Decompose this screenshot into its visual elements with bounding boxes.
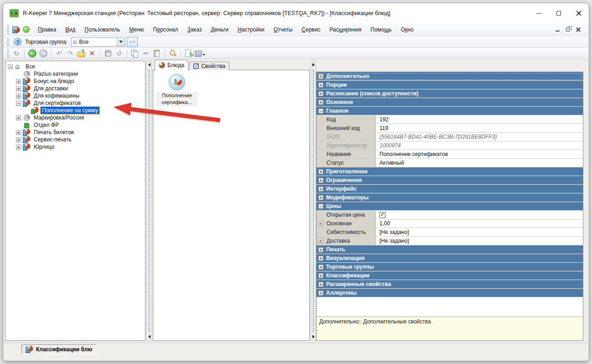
section-expander-icon[interactable]: + [318, 265, 323, 270]
tree-expander-icon[interactable]: − [16, 101, 21, 106]
section-expander-icon[interactable]: + [318, 169, 323, 174]
menu-item-12[interactable]: Помощь [366, 25, 396, 35]
section-expander-icon[interactable]: + [318, 178, 323, 183]
window-tab-classifications[interactable]: Классификации блю [21, 344, 96, 354]
maximize-button[interactable] [549, 3, 569, 23]
collapse-right-icon[interactable] [312, 63, 315, 67]
section-expander-icon[interactable]: + [318, 187, 323, 192]
search-button[interactable] [167, 48, 178, 58]
apply-trade-group-button[interactable] [127, 37, 138, 47]
close-button[interactable] [569, 3, 589, 23]
tree-item-7[interactable]: Пополнение на сумму [5, 107, 145, 114]
prop-section-header[interactable]: +Приготовление [317, 167, 583, 176]
section-expander-icon[interactable]: + [318, 100, 323, 105]
prop-value[interactable]: [Не задано] [376, 237, 583, 245]
section-expander-icon[interactable]: + [318, 291, 323, 296]
refresh-button[interactable] [11, 48, 22, 58]
prop-section-header[interactable]: +Порции [317, 81, 583, 89]
view-mode-button[interactable] [194, 48, 205, 58]
collapse-left-icon[interactable] [148, 63, 151, 67]
import-button[interactable] [183, 48, 194, 58]
section-expander-icon[interactable]: + [318, 91, 323, 96]
tree-item-2[interactable]: Plazius категории [5, 70, 145, 78]
prop-value[interactable] [376, 211, 583, 219]
menu-item-13[interactable]: Окно [396, 25, 418, 35]
row-expander-icon[interactable]: + [318, 239, 323, 244]
tree-item-1[interactable]: −Все [5, 63, 145, 70]
row-expander-icon[interactable]: + [318, 221, 323, 226]
tab-dishes[interactable]: Блюда [155, 60, 188, 70]
tree-expander-icon[interactable]: + [16, 137, 21, 142]
redo-button[interactable] [65, 48, 76, 58]
cut-button[interactable] [140, 48, 151, 58]
collapse-right-icon[interactable] [312, 335, 315, 338]
paste-button[interactable] [151, 48, 162, 58]
menu-item-1[interactable]: Правка [33, 25, 61, 35]
section-expander-icon[interactable]: + [318, 247, 323, 252]
prop-section-header[interactable]: +Интерфейс [317, 185, 583, 193]
toolbar-grip[interactable] [7, 49, 9, 57]
section-expander-icon[interactable]: + [318, 195, 323, 200]
section-expander-icon[interactable]: + [318, 273, 323, 278]
prop-value[interactable]: 119 [376, 124, 583, 132]
left-splitter[interactable] [146, 61, 152, 341]
menu-item-9[interactable]: Отчеты [269, 25, 297, 35]
prop-section-header[interactable]: +Расписание (список доступности) [317, 89, 583, 98]
section-expander-icon[interactable]: − [318, 204, 323, 209]
collapse-left-icon[interactable] [148, 335, 151, 338]
right-splitter[interactable] [311, 61, 316, 341]
toolbar-grip[interactable] [7, 26, 9, 34]
row-expander-cell[interactable]: + [317, 237, 325, 245]
menu-item-3[interactable]: Пользователь [80, 25, 125, 35]
menu-item-5[interactable]: Персонал [149, 25, 183, 35]
tree-expander-icon[interactable]: + [16, 79, 21, 84]
save-button[interactable] [103, 48, 114, 58]
copy-button[interactable] [130, 48, 140, 58]
prop-section-header[interactable]: +Печать [317, 245, 583, 254]
section-expander-icon[interactable]: + [318, 256, 323, 261]
tree-item-10[interactable]: +Печать билетов [5, 129, 145, 136]
section-expander-icon[interactable]: − [318, 109, 323, 114]
prop-value[interactable]: Пополнение сертификатов [376, 150, 583, 158]
mdi-minimize-icon[interactable] [556, 31, 560, 31]
section-expander-icon[interactable]: + [318, 83, 323, 88]
undo-button[interactable] [54, 48, 65, 58]
section-expander-icon[interactable]: + [318, 282, 323, 287]
tree-item-12[interactable]: +Юрлицо [5, 143, 145, 151]
prop-value[interactable]: [Не задано] [376, 228, 583, 236]
tree-expander-icon[interactable]: + [16, 115, 21, 120]
toolbar-grip[interactable] [7, 38, 9, 46]
menu-item-8[interactable]: Настройки [233, 25, 269, 35]
menu-item-7[interactable]: Деньги [206, 25, 233, 35]
forward-button[interactable] [38, 48, 49, 58]
tree-item-5[interactable]: +Для кофемашины [5, 92, 145, 99]
tree-item-8[interactable]: +Маркировка/Россия [5, 114, 145, 121]
minimize-button[interactable] [529, 3, 549, 23]
menu-item-2[interactable]: Вид [61, 25, 80, 35]
new-item-button[interactable] [76, 48, 87, 58]
prop-value[interactable]: 1000974 [376, 141, 583, 150]
tree-item-3[interactable]: +Бонус на блюдо [5, 78, 145, 85]
checkbox[interactable] [379, 212, 385, 218]
section-expander-icon[interactable]: + [318, 74, 323, 79]
tree-expander-icon[interactable]: + [16, 145, 21, 150]
tree-item-6[interactable]: −Для сертификатов [5, 99, 145, 107]
prop-section-header[interactable]: +Ограничения [317, 176, 583, 185]
tree-expander-icon[interactable]: + [16, 130, 21, 135]
tree-item-11[interactable]: +Сервис-печать [5, 136, 145, 143]
dish-item[interactable]: Пополнение сертифика... [156, 74, 198, 106]
prop-section-header[interactable]: +Торговые группы [317, 263, 583, 271]
menu-item-4[interactable]: Меню [125, 25, 148, 35]
trade-group-combobox[interactable]: ⌂ Все [71, 37, 125, 47]
tree-expander-icon[interactable]: − [8, 64, 13, 69]
prop-value[interactable]: {556164B7-BD41-40BE-BC3B-7D291BE8DFF3} [376, 133, 583, 141]
prop-section-header[interactable]: +Классификации [317, 271, 583, 280]
prop-section-header[interactable]: +Аллергены [317, 289, 583, 297]
tree-expander-icon[interactable]: + [16, 86, 21, 91]
prop-section-header[interactable]: −Главное [317, 107, 583, 115]
row-expander-cell[interactable]: + [317, 219, 325, 228]
combo-dropdown-icon[interactable] [117, 38, 125, 46]
prop-value[interactable]: 192 [376, 115, 583, 124]
dropdown-arrow-icon[interactable] [203, 49, 205, 57]
menu-item-11[interactable]: Расширения [325, 25, 366, 35]
